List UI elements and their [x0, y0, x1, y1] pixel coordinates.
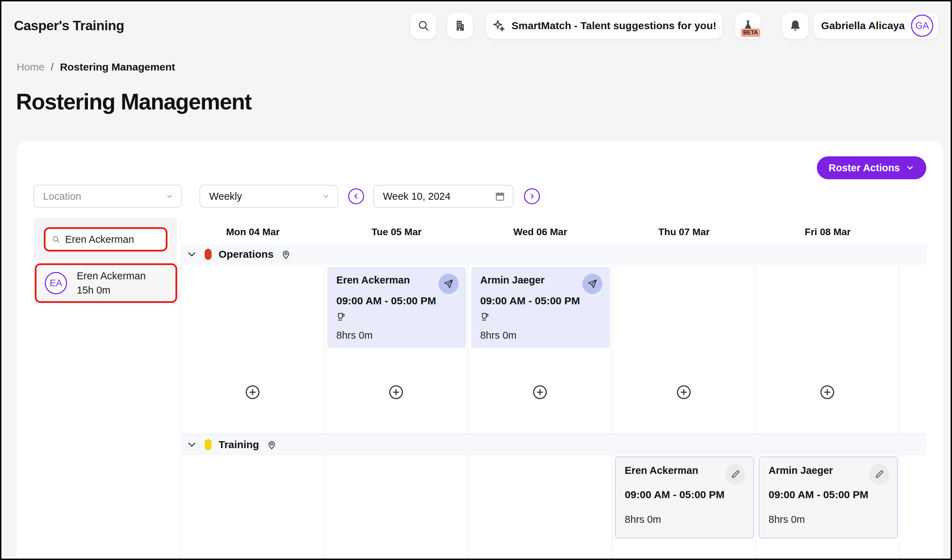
section-header-operations: Operations — [180, 244, 927, 265]
organization-button[interactable] — [447, 12, 473, 39]
empty-cell — [612, 542, 756, 560]
shift-card[interactable]: Eren Ackerman 09:00 AM - 05:00 PM 8hrs 0… — [327, 267, 466, 348]
location-pin-icon — [280, 249, 292, 260]
day-header: Fri 08 Mar — [756, 221, 899, 243]
chevron-right-icon — [528, 193, 536, 200]
building-icon — [453, 19, 467, 32]
day-header: Wed 06 Mar — [468, 221, 612, 243]
week-picker[interactable]: Week 10, 2024 — [373, 185, 513, 208]
staff-search-highlight — [44, 227, 167, 251]
next-week-button[interactable] — [524, 188, 540, 204]
shift-time: 09:00 AM - 05:00 PM — [768, 489, 888, 501]
shift-duration: 8hrs 0m — [625, 514, 744, 525]
location-pin-icon — [266, 439, 277, 450]
previous-week-button[interactable] — [348, 188, 364, 204]
roster-actions-button[interactable]: Roster Actions — [817, 156, 926, 179]
send-icon — [444, 279, 454, 289]
shift-duration: 8hrs 0m — [480, 330, 601, 341]
day-header-stub — [899, 221, 927, 243]
edit-shift-button[interactable] — [725, 464, 746, 484]
section-header-training: Training — [180, 434, 927, 455]
add-shift-button[interactable] — [676, 384, 692, 400]
edit-shift-button[interactable] — [869, 464, 889, 484]
shift-cell — [325, 455, 469, 542]
empty-cell — [181, 542, 325, 560]
collapse-chevron-icon[interactable] — [186, 439, 198, 450]
location-select-value: Location — [43, 191, 81, 202]
chevron-down-icon — [906, 163, 915, 172]
user-avatar: GA — [911, 15, 933, 37]
add-shift-cell — [756, 351, 899, 434]
shift-card[interactable]: Armin Jaeger 09:00 AM - 05:00 PM 8hrs 0m — [759, 457, 898, 538]
app-logo: Casper's Training — [14, 18, 124, 33]
empty-cell — [756, 542, 899, 560]
smartmatch-button[interactable]: SmartMatch - Talent suggestions for you! — [486, 12, 722, 39]
shift-card[interactable]: Eren Ackerman 09:00 AM - 05:00 PM 8hrs 0… — [615, 457, 754, 538]
training-shift-row: Eren Ackerman 09:00 AM - 05:00 PM 8hrs 0… — [180, 455, 927, 542]
section-title: Training — [218, 439, 259, 450]
location-select[interactable]: Location — [33, 185, 182, 208]
pencil-icon — [875, 469, 884, 479]
publish-shift-button[interactable] — [582, 274, 603, 294]
next-section-row — [180, 542, 927, 560]
view-mode-value: Weekly — [209, 191, 242, 202]
shift-cell — [612, 265, 756, 351]
shift-cell-stub — [899, 455, 927, 542]
search-icon — [52, 234, 60, 244]
beta-lab-button[interactable]: BETA — [735, 12, 761, 39]
breadcrumb-current: Rostering Management — [60, 61, 175, 73]
add-shift-button[interactable] — [244, 384, 261, 400]
add-shift-row — [180, 351, 927, 434]
staff-hours: 15h 0m — [77, 283, 145, 297]
staff-search-input[interactable] — [65, 234, 159, 245]
break-coffee-icon — [480, 312, 491, 322]
roster-actions-label: Roster Actions — [829, 162, 900, 174]
collapse-chevron-icon[interactable] — [186, 248, 198, 260]
shift-cell — [181, 265, 325, 351]
staff-name: Eren Ackerman — [77, 269, 145, 283]
beta-badge: BETA — [741, 28, 760, 37]
calendar-icon — [495, 191, 505, 202]
shift-duration: 8hrs 0m — [336, 330, 457, 341]
shift-card[interactable]: Armin Jaeger 09:00 AM - 05:00 PM 8hrs 0m — [471, 267, 610, 348]
shift-time: 09:00 AM - 05:00 PM — [480, 295, 601, 307]
staff-avatar: EA — [45, 272, 67, 294]
staff-info: Eren Ackerman 15h 0m — [77, 269, 145, 297]
add-shift-button[interactable] — [388, 384, 404, 400]
breadcrumb: Home / Rostering Management — [17, 61, 175, 73]
empty-cell-stub — [899, 542, 927, 560]
training-color-pill — [205, 439, 212, 450]
staff-result-card[interactable]: EA Eren Ackerman 15h 0m — [35, 263, 177, 303]
operations-color-pill — [205, 249, 212, 260]
breadcrumb-separator: / — [51, 61, 54, 73]
smartmatch-label: SmartMatch - Talent suggestions for you! — [512, 20, 716, 32]
empty-cell — [468, 542, 612, 560]
week-picker-value: Week 10, 2024 — [383, 191, 451, 202]
day-header: Mon 04 Mar — [181, 221, 325, 243]
add-shift-button[interactable] — [532, 384, 548, 400]
breadcrumb-home[interactable]: Home — [17, 61, 45, 73]
add-shift-cell-stub — [899, 351, 927, 434]
chevron-down-icon — [322, 192, 330, 201]
shift-time: 09:00 AM - 05:00 PM — [336, 295, 457, 307]
plus-circle-icon — [819, 384, 835, 400]
add-shift-cell — [612, 351, 756, 434]
add-shift-cell — [468, 351, 612, 434]
publish-shift-button[interactable] — [439, 274, 459, 294]
notifications-button[interactable] — [782, 12, 808, 39]
plus-circle-icon — [244, 384, 261, 400]
global-search-button[interactable] — [411, 12, 436, 39]
search-icon — [417, 20, 430, 32]
add-shift-button[interactable] — [819, 384, 835, 400]
shift-cell — [468, 455, 612, 542]
plus-circle-icon — [676, 384, 692, 400]
shift-cell — [181, 455, 325, 542]
chevron-down-icon — [165, 192, 174, 201]
empty-cell — [325, 542, 469, 560]
day-header-row: Mon 04 Mar Tue 05 Mar Wed 06 Mar Thu 07 … — [180, 221, 927, 243]
shift-cell — [756, 265, 899, 351]
user-menu[interactable]: Gabriella Alicaya GA — [814, 12, 938, 39]
user-name: Gabriella Alicaya — [821, 20, 905, 32]
shift-duration: 8hrs 0m — [768, 514, 888, 525]
view-mode-select[interactable]: Weekly — [199, 185, 338, 208]
